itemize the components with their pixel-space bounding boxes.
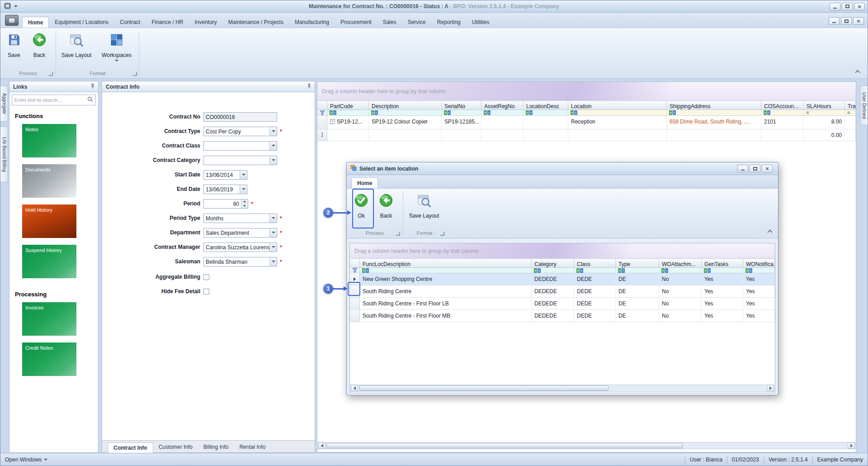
grid-new-row[interactable]: I 0.00 (317, 129, 856, 141)
mdi-close-button[interactable]: × (853, 17, 864, 25)
mdi-minimize-button[interactable] (829, 17, 840, 25)
scrollbar-thumb[interactable] (359, 385, 609, 391)
column-header-shippingaddress[interactable]: ShippingAddress (667, 101, 761, 110)
maximize-button[interactable] (842, 3, 853, 10)
dropdown-button[interactable] (269, 214, 277, 223)
group-dialog-launcher-icon[interactable] (440, 232, 444, 236)
column-header-class[interactable]: Class (574, 259, 616, 268)
mdi-restore-button[interactable] (841, 17, 852, 25)
workspaces-dropdown-icon[interactable] (115, 60, 118, 62)
scroll-right-arrow[interactable] (848, 442, 855, 449)
dropdown-button[interactable] (269, 156, 277, 165)
filter-cell[interactable]: ac (327, 110, 369, 116)
horizontal-scrollbar[interactable] (318, 442, 855, 449)
aggregate-billing-checkbox[interactable] (203, 274, 209, 280)
hide-fee-detail-checkbox[interactable] (203, 289, 209, 295)
equipment-row[interactable]: +SP19-12... SP19-12 Colour Copier SP19-1… (317, 116, 856, 129)
dialog-minimize-button[interactable] (737, 165, 748, 172)
tab-billing-info[interactable]: Billing Info (198, 442, 234, 452)
filter-cell[interactable]: ac (667, 110, 761, 116)
contract-type-combo[interactable]: Cost Per Copy (203, 127, 277, 136)
filter-cell[interactable]: ac (360, 268, 532, 273)
column-header-gentasks[interactable]: GenTasks (702, 259, 743, 268)
group-dialog-launcher-icon[interactable] (396, 232, 400, 236)
dialog-save-layout-button[interactable]: Save Layout (406, 191, 442, 230)
quick-access-caret-icon[interactable] (14, 5, 18, 7)
filter-cell[interactable]: ac (616, 268, 659, 273)
dropdown-button[interactable] (240, 185, 247, 194)
filter-cell[interactable]: ac (761, 110, 804, 116)
save-layout-button[interactable]: Save Layout (59, 30, 94, 69)
column-header-slahours[interactable]: SLAHours (804, 101, 845, 110)
dialog-back-button[interactable]: Back (375, 191, 397, 230)
filter-cell[interactable]: ac (568, 110, 667, 116)
ribbon-tab-inventory[interactable]: Inventory (189, 17, 222, 28)
ribbon-tab-utilities[interactable]: Utilities (467, 17, 495, 28)
department-combo[interactable]: Sales Department (203, 228, 277, 238)
column-header-location[interactable]: Location (568, 101, 667, 110)
location-row[interactable]: South Riding Centre DEDEDE DEDE DE No Ye… (350, 285, 775, 298)
ribbon-tab-manufacturing[interactable]: Manufacturing (289, 17, 335, 28)
ribbon-tab-reporting[interactable]: Reporting (432, 17, 466, 28)
invoices-button[interactable]: Invoices (22, 302, 76, 336)
pin-icon[interactable] (90, 83, 95, 90)
save-button[interactable]: Save (3, 30, 25, 69)
side-tab-life-based-billing[interactable]: Life Based Billing (0, 126, 8, 182)
group-dialog-launcher-icon[interactable] (49, 72, 53, 76)
pin-icon[interactable] (307, 83, 312, 90)
suspend-history-button[interactable]: Suspend History (22, 245, 76, 278)
dropdown-button[interactable] (240, 171, 247, 179)
dropdown-button[interactable] (269, 243, 277, 252)
group-dialog-launcher-icon[interactable] (133, 72, 137, 76)
back-button[interactable]: Back (28, 30, 51, 69)
filter-cell[interactable]: ac (481, 110, 524, 116)
tab-customer-info[interactable]: Customer Info (153, 442, 198, 452)
contract-no-input[interactable]: CO0000016 (203, 112, 277, 122)
location-row-selected[interactable]: New Green Shopping Centre DEDEDE DEDE DE… (350, 273, 775, 285)
scrollbar-track[interactable] (326, 442, 848, 449)
ribbon-tab-service[interactable]: Service (402, 17, 431, 28)
open-windows-button[interactable]: Open Windows (5, 456, 47, 463)
period-stepper[interactable]: 60 (203, 199, 248, 209)
search-input[interactable] (14, 97, 87, 103)
column-header-funclocdescription[interactable]: FuncLocDescription (360, 259, 532, 268)
dropdown-button[interactable] (269, 257, 277, 266)
column-header-wonotifica[interactable]: WONotifica.. (743, 259, 775, 268)
ribbon-tab-contract[interactable]: Contract (114, 17, 146, 28)
dialog-tab-home[interactable]: Home (351, 177, 378, 188)
side-tab-user-defined[interactable]: User Defined (860, 86, 868, 125)
side-tab-aggregate[interactable]: Aggregate (0, 86, 8, 122)
ribbon-tab-equipment-locations[interactable]: Equipment / Locations (49, 17, 114, 28)
filter-cell[interactable]: ac (524, 110, 568, 116)
documents-button[interactable]: Documents (22, 164, 76, 198)
ribbon-tab-home[interactable]: Home (22, 17, 49, 28)
tab-rental-info[interactable]: Rental Info (234, 442, 271, 452)
period-type-combo[interactable]: Months (203, 214, 277, 223)
tab-contract-info[interactable]: Contract Info (108, 442, 153, 453)
filter-cell[interactable]: = (804, 110, 845, 116)
scrollbar-track[interactable] (358, 385, 767, 391)
filter-cell[interactable]: ac (574, 268, 616, 273)
collapse-ribbon-icon[interactable] (767, 229, 772, 234)
contract-manager-combo[interactable]: Carolina Suzzetta Lourens van de... (203, 243, 277, 252)
spin-down-icon[interactable] (241, 204, 248, 208)
scroll-left-arrow[interactable] (318, 442, 326, 449)
column-header-partcode[interactable]: PartCode (327, 101, 369, 110)
column-header-category[interactable]: Category (532, 259, 574, 268)
contract-class-combo[interactable] (203, 141, 277, 151)
credit-notes-button[interactable]: Credit Notes (22, 342, 76, 376)
dialog-horizontal-scrollbar[interactable] (350, 385, 774, 392)
dialog-maximize-button[interactable] (750, 165, 760, 172)
filter-cell[interactable]: ac (659, 268, 702, 273)
contract-category-combo[interactable] (203, 156, 277, 165)
ribbon-tab-procurement[interactable]: Procurement (335, 17, 377, 28)
end-date-picker[interactable]: 13/06/2019 (203, 185, 247, 194)
ribbon-tab-maintenance-projects[interactable]: Maintenance / Projects (223, 17, 289, 28)
collapse-ribbon-icon[interactable] (855, 70, 860, 75)
minimize-button[interactable] (830, 3, 840, 10)
dropdown-button[interactable] (269, 228, 277, 237)
hold-history-button[interactable]: Hold History (22, 204, 76, 238)
spin-up-icon[interactable] (241, 200, 248, 204)
ribbon-tab-finance-hr[interactable]: Finance / HR (146, 17, 189, 28)
location-row[interactable]: South Riding Centre - First Floor LB DED… (350, 298, 775, 310)
